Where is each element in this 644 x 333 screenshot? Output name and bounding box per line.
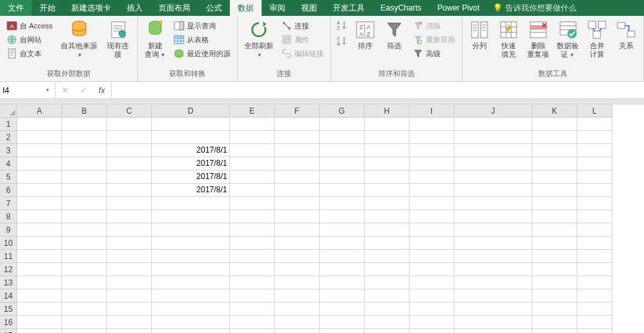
cell[interactable] (577, 289, 612, 303)
cell[interactable] (320, 237, 365, 250)
cell[interactable] (320, 316, 365, 329)
accept-formula-button[interactable]: ✓ (74, 82, 92, 98)
cell[interactable] (152, 263, 230, 276)
refresh-all-button[interactable]: 全部刷新▼ (240, 18, 277, 61)
cell[interactable] (275, 276, 320, 289)
cell[interactable] (17, 276, 62, 289)
cell[interactable] (532, 329, 577, 333)
cell[interactable] (62, 303, 107, 316)
row-header[interactable]: 10 (0, 237, 17, 250)
cell[interactable] (62, 250, 107, 263)
flash-fill-button[interactable]: 快速填充 (494, 18, 523, 60)
cell[interactable] (62, 184, 107, 197)
cell[interactable] (577, 210, 612, 223)
sort-desc-button[interactable]: ZA (335, 35, 349, 47)
cell[interactable] (410, 237, 454, 250)
cell[interactable] (17, 157, 62, 170)
cell[interactable] (62, 316, 107, 329)
column-header[interactable]: G (320, 104, 365, 118)
cell[interactable] (230, 184, 275, 197)
cell[interactable] (577, 118, 612, 131)
cell[interactable] (320, 197, 365, 210)
cell[interactable] (230, 276, 275, 289)
cell[interactable] (230, 263, 275, 276)
cell[interactable] (17, 250, 62, 263)
cell[interactable] (410, 118, 454, 131)
cell[interactable] (152, 316, 230, 329)
row-header[interactable]: 11 (0, 250, 17, 263)
cell[interactable] (365, 170, 410, 184)
tab-file[interactable]: 文件 (0, 0, 32, 16)
cell[interactable] (454, 184, 532, 197)
row-header[interactable]: 15 (0, 303, 17, 316)
cell[interactable] (17, 131, 62, 144)
cell[interactable] (577, 197, 612, 210)
cell[interactable] (410, 157, 454, 170)
cell[interactable] (454, 170, 532, 184)
cell[interactable] (107, 210, 152, 223)
cell[interactable] (107, 237, 152, 250)
cell[interactable] (320, 184, 365, 197)
name-box-input[interactable] (3, 86, 42, 95)
cell[interactable] (62, 170, 107, 184)
sort-button[interactable]: ZAAZ 排序 (351, 18, 380, 52)
relationships-button[interactable]: 关系 (612, 18, 641, 52)
cell[interactable]: 2017/8/1 (152, 157, 230, 170)
cell[interactable] (152, 223, 230, 237)
cell[interactable] (62, 289, 107, 303)
column-header[interactable]: F (275, 104, 320, 118)
connections-button[interactable]: 连接 (279, 19, 326, 32)
from-access-button[interactable]: A 自 Access (4, 19, 55, 32)
cell[interactable] (275, 197, 320, 210)
cell[interactable] (410, 276, 454, 289)
cell[interactable] (365, 329, 410, 333)
cell[interactable] (577, 237, 612, 250)
from-other-sources-button[interactable]: 自其他来源▼ (57, 18, 102, 61)
cell[interactable] (107, 250, 152, 263)
cell[interactable] (62, 276, 107, 289)
data-validation-button[interactable]: 数据验 证▼ (553, 18, 583, 61)
cell[interactable]: 2017/8/1 (152, 144, 230, 157)
cell[interactable] (320, 289, 365, 303)
cell[interactable] (454, 131, 532, 144)
name-box-dropdown-icon[interactable]: ▼ (42, 87, 53, 93)
cell[interactable] (107, 289, 152, 303)
cell[interactable] (410, 131, 454, 144)
cell[interactable] (17, 118, 62, 131)
cell[interactable] (454, 157, 532, 170)
cell[interactable] (62, 210, 107, 223)
cell[interactable] (410, 329, 454, 333)
cell[interactable] (577, 263, 612, 276)
cell[interactable] (107, 316, 152, 329)
cell[interactable] (365, 197, 410, 210)
cell[interactable] (577, 329, 612, 333)
cell[interactable]: 2017/8/1 (152, 170, 230, 184)
cell[interactable] (17, 316, 62, 329)
tab-view[interactable]: 视图 (293, 0, 325, 16)
cell[interactable] (152, 303, 230, 316)
tab-page-layout[interactable]: 页面布局 (151, 0, 198, 16)
cell[interactable] (365, 184, 410, 197)
cell[interactable] (454, 303, 532, 316)
row-header[interactable]: 13 (0, 276, 17, 289)
cell[interactable] (577, 303, 612, 316)
new-query-button[interactable]: 新建 查询▼ (141, 18, 170, 61)
cell[interactable] (152, 131, 230, 144)
cell[interactable] (577, 184, 612, 197)
cell[interactable] (230, 197, 275, 210)
select-all-corner[interactable] (0, 104, 17, 118)
cell[interactable] (17, 263, 62, 276)
cell[interactable] (230, 223, 275, 237)
cell[interactable] (230, 250, 275, 263)
cell[interactable] (230, 131, 275, 144)
cell[interactable] (577, 316, 612, 329)
show-queries-button[interactable]: 显示查询 (171, 19, 233, 32)
row-header[interactable]: 14 (0, 289, 17, 303)
cell[interactable] (230, 118, 275, 131)
cell[interactable] (107, 223, 152, 237)
cell[interactable] (17, 329, 62, 333)
cell[interactable] (577, 250, 612, 263)
cell[interactable] (152, 237, 230, 250)
cell[interactable] (17, 170, 62, 184)
cell[interactable] (62, 329, 107, 333)
